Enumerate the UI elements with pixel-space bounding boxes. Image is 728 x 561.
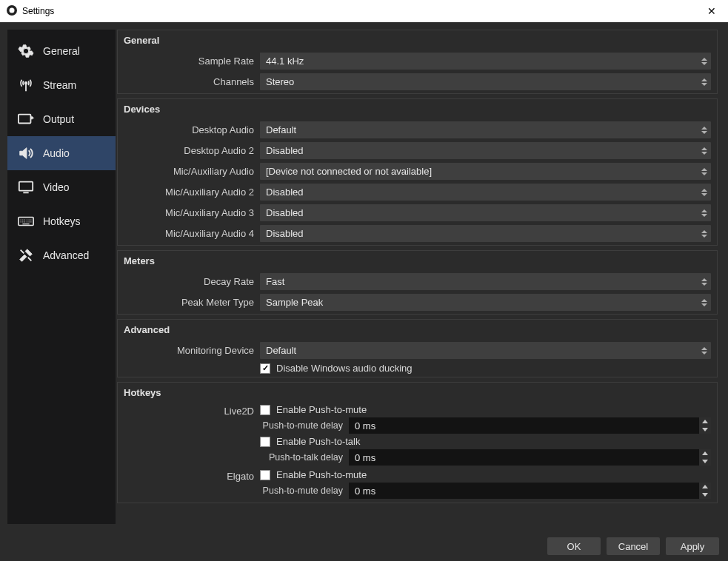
- channels-select[interactable]: Stereo: [260, 73, 711, 90]
- group-title-devices: Devices: [118, 99, 717, 121]
- group-devices: Devices Desktop AudioDefault Desktop Aud…: [117, 98, 718, 246]
- sidebar-item-label: Stream: [43, 79, 76, 91]
- mic-aux2-select[interactable]: Disabled: [260, 184, 711, 201]
- sidebar-item-label: Video: [43, 181, 70, 193]
- sidebar-item-output[interactable]: Output: [7, 102, 116, 136]
- peak-meter-label: Peak Meter Type: [124, 297, 254, 308]
- mic-aux-select[interactable]: [Device not connected or not available]: [260, 163, 711, 180]
- group-advanced: Advanced Monitoring DeviceDefault Disabl…: [117, 319, 718, 377]
- cancel-button[interactable]: Cancel: [607, 537, 660, 555]
- live2d-ptm-delay-input[interactable]: 0 ms: [349, 417, 711, 434]
- group-general: General Sample Rate 44.1 kHz Channels St…: [117, 30, 718, 94]
- sidebar-item-label: Output: [43, 113, 74, 125]
- mic-aux4-label: Mic/Auxiliary Audio 4: [124, 228, 254, 239]
- decay-rate-label: Decay Rate: [124, 276, 254, 287]
- group-title-advanced: Advanced: [118, 320, 717, 341]
- svg-point-2: [24, 81, 27, 84]
- sidebar-item-audio[interactable]: Audio: [7, 136, 116, 170]
- desktop-audio2-select[interactable]: Disabled: [260, 142, 711, 159]
- live2d-enable-ptt-checkbox[interactable]: [260, 437, 270, 447]
- live2d-ptm-delay-label: Push-to-mute delay: [260, 420, 343, 431]
- channels-label: Channels: [124, 76, 254, 87]
- mic-aux2-label: Mic/Auxiliary Audio 2: [124, 187, 254, 198]
- hotkey-device-live2d: Live2D: [124, 404, 254, 468]
- apply-button[interactable]: Apply: [666, 537, 719, 555]
- desktop-audio2-label: Desktop Audio 2: [124, 145, 254, 156]
- disable-ducking-label: Disable Windows audio ducking: [276, 363, 413, 374]
- sidebar-item-label: Audio: [43, 147, 70, 159]
- sidebar-item-hotkeys[interactable]: Hotkeys: [7, 204, 116, 238]
- sidebar-item-advanced[interactable]: Advanced: [7, 238, 116, 272]
- sidebar-item-video[interactable]: Video: [7, 170, 116, 204]
- svg-point-1: [10, 7, 15, 13]
- elgato-ptm-delay-label: Push-to-mute delay: [260, 486, 343, 496]
- sample-rate-select[interactable]: 44.1 kHz: [260, 53, 711, 70]
- monitoring-device-select[interactable]: Default: [260, 342, 711, 359]
- group-title-general: General: [118, 30, 717, 52]
- keyboard-icon: [16, 213, 36, 229]
- footer: OK Cancel Apply: [0, 531, 728, 561]
- sidebar-item-label: Hotkeys: [43, 215, 81, 227]
- desktop-audio-label: Desktop Audio: [124, 124, 254, 135]
- mic-aux4-select[interactable]: Disabled: [260, 225, 711, 242]
- sidebar-item-general[interactable]: General: [7, 34, 116, 68]
- gear-icon: [16, 43, 36, 59]
- antenna-icon: [16, 77, 36, 93]
- sidebar-item-stream[interactable]: Stream: [7, 68, 116, 102]
- group-meters: Meters Decay RateFast Peak Meter TypeSam…: [117, 250, 718, 315]
- video-icon: [16, 179, 36, 195]
- audio-icon: [16, 145, 36, 161]
- sidebar-item-label: Advanced: [43, 249, 89, 261]
- sample-rate-label: Sample Rate: [124, 56, 254, 67]
- svg-rect-4: [19, 182, 33, 191]
- group-title-hotkeys: Hotkeys: [118, 383, 717, 404]
- desktop-audio-select[interactable]: Default: [260, 121, 711, 138]
- mic-aux3-select[interactable]: Disabled: [260, 204, 711, 221]
- elgato-enable-ptm-checkbox[interactable]: [260, 470, 270, 480]
- monitoring-device-label: Monitoring Device: [124, 345, 254, 356]
- live2d-ptt-delay-input[interactable]: 0 ms: [349, 449, 711, 466]
- tools-icon: [16, 247, 36, 263]
- output-icon: [16, 111, 36, 127]
- live2d-ptt-delay-label: Push-to-talk delay: [260, 452, 343, 463]
- ok-button[interactable]: OK: [547, 537, 601, 555]
- sidebar-item-label: General: [43, 45, 80, 57]
- sidebar: General Stream Output Audio Video: [7, 30, 116, 524]
- window-title: Settings: [22, 6, 54, 16]
- mic-aux-label: Mic/Auxiliary Audio: [124, 166, 254, 177]
- live2d-enable-ptm-checkbox[interactable]: [260, 405, 270, 415]
- svg-rect-3: [19, 115, 30, 124]
- hotkey-device-elgato: Elgato: [124, 469, 254, 501]
- peak-meter-select[interactable]: Sample Peak: [260, 294, 711, 311]
- disable-ducking-checkbox[interactable]: [260, 363, 270, 374]
- group-hotkeys: Hotkeys Live2D Enable Push-to-mute Push-…: [117, 382, 718, 503]
- elgato-ptm-delay-input[interactable]: 0 ms: [349, 483, 711, 499]
- main-panel: General Sample Rate 44.1 kHz Channels St…: [117, 30, 721, 524]
- group-title-meters: Meters: [118, 251, 717, 272]
- close-button[interactable]: ✕: [701, 2, 722, 20]
- decay-rate-select[interactable]: Fast: [260, 273, 711, 290]
- mic-aux3-label: Mic/Auxiliary Audio 3: [124, 207, 254, 218]
- titlebar: Settings ✕: [0, 0, 728, 22]
- app-icon: [6, 4, 18, 19]
